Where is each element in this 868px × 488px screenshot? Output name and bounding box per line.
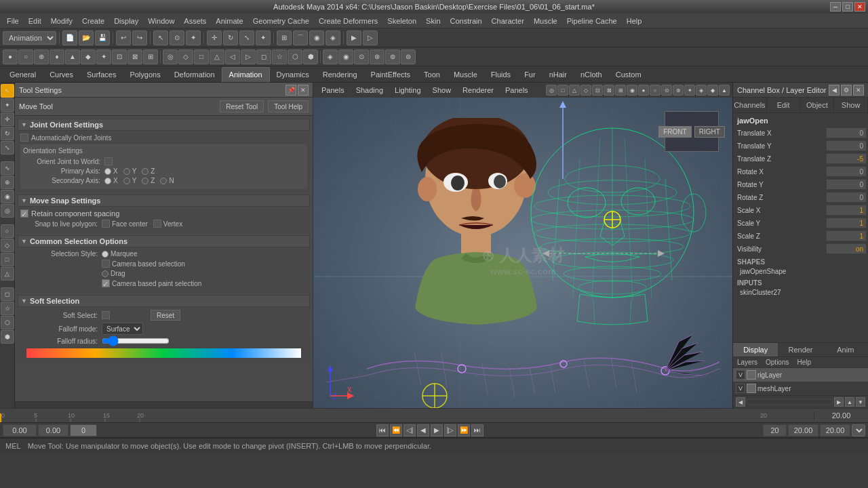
edit-tab[interactable]: Edit [767,98,801,113]
vp-tb7[interactable]: ⊞ [615,85,626,96]
camera-select-checkbox[interactable] [102,260,110,268]
camera-tool4[interactable]: ⬢ [1,330,14,344]
viewport-panels2-menu[interactable]: Panels [500,85,534,96]
soft-select-reset-button[interactable]: Reset [151,310,180,321]
tab-fluids[interactable]: Fluids [484,67,517,82]
start-frame-field[interactable] [38,424,68,436]
vp-tb11[interactable]: ⊙ [661,85,672,96]
menu-pipeline[interactable]: Pipeline Cache [563,16,621,26]
timeline-main[interactable]: 20 [312,408,814,423]
camera-tool2[interactable]: ☆ [1,302,14,315]
visibility-value[interactable] [826,243,867,254]
anim-tab[interactable]: Anim [823,343,868,357]
vp-tb13[interactable]: ✦ [684,85,695,96]
tb2-btn2[interactable]: ○ [18,49,33,64]
vp-tb15[interactable]: ◆ [707,85,718,96]
tab-dynamics[interactable]: Dynamics [270,67,316,82]
step-back-button[interactable]: ⏪ [390,424,402,436]
tab-general[interactable]: General [3,67,43,82]
tb2-btn4[interactable]: ♦ [50,49,64,64]
channel-box-pin[interactable]: ◀ [829,85,840,96]
new-scene-button[interactable]: 📄 [62,30,77,45]
vp-tb14[interactable]: ◈ [696,85,707,96]
rotate-x-value[interactable] [826,166,867,177]
end-frame-field1[interactable] [763,424,787,436]
maximize-button[interactable]: □ [842,2,853,12]
minimize-button[interactable]: ─ [830,2,841,12]
tb2-btn6[interactable]: ◆ [81,49,96,64]
tb2-btn16[interactable]: ▷ [241,49,256,64]
lasso-tool-button[interactable]: ⊙ [170,30,184,45]
soft-selection-header[interactable]: ▼ Soft Selection [18,295,310,307]
tool-settings-close[interactable]: ✕ [298,85,309,96]
rig-layer-vis[interactable]: V [736,370,745,380]
close-button[interactable]: ✕ [854,2,865,12]
secondary-z-radio[interactable]: Z [142,177,155,184]
render-tab[interactable]: Render [778,343,823,357]
menu-animate[interactable]: Animate [212,16,247,26]
move-tool2[interactable]: ✛ [1,113,14,126]
layers-menu[interactable]: Layers [733,357,762,367]
menu-createdeformers[interactable]: Create Deformers [315,16,382,26]
ipr-button[interactable]: ▷ [363,30,378,45]
tb2-btn8[interactable]: ⊡ [112,49,127,64]
skin-cluster-item[interactable]: skinCluster27 [734,287,867,298]
end-frame-field2[interactable] [788,424,818,436]
mesh-layer-row[interactable]: V meshLayer [733,382,868,395]
marquee-radio[interactable]: Marquee [102,250,137,258]
common-selection-header[interactable]: ▼ Common Selection Options [18,235,310,247]
vp-tb8[interactable]: ◉ [627,85,637,96]
rigging-tool1[interactable]: ○ [1,224,14,238]
tb2-btn11[interactable]: ◎ [163,49,178,64]
rotate-z-value[interactable] [826,192,867,203]
translate-y-value[interactable] [826,140,867,151]
skin-paint-tool[interactable]: ◉ [1,190,14,203]
tb2-btn5[interactable]: ▲ [65,49,80,64]
tab-rendering[interactable]: Rendering [316,67,364,82]
auto-orient-checkbox[interactable] [20,134,28,142]
scale-y-value[interactable] [826,218,867,228]
object-tab[interactable]: Object [801,98,835,113]
joint-orient-header[interactable]: ▼ Joint Orient Settings [18,119,310,131]
tb2-btn20[interactable]: ⬢ [303,49,318,64]
open-scene-button[interactable]: 📂 [79,30,94,45]
tb2-btn1[interactable]: ● [3,49,18,64]
vp-tb5[interactable]: ⊡ [592,85,603,96]
viewport-lighting-menu[interactable]: Lighting [389,85,427,96]
prev-key-button[interactable]: ◁| [403,424,416,436]
rigging-tool2[interactable]: ◇ [1,239,14,252]
vp-tb6[interactable]: ⊠ [604,85,614,96]
playback-speed[interactable]: 1x [852,424,865,436]
tb2-btn9[interactable]: ⊠ [127,49,142,64]
paint-tool-button[interactable]: ✦ [186,30,201,45]
tb2-btn15[interactable]: ◁ [225,49,240,64]
vp-tb4[interactable]: ◇ [580,85,591,96]
sculpt-tool[interactable]: ⊕ [1,176,14,189]
snap-point-button[interactable]: ◉ [309,30,324,45]
next-key-button[interactable]: |▷ [444,424,456,436]
rig-layer-row[interactable]: V rigLayer [733,368,868,382]
menu-muscle[interactable]: Muscle [530,16,561,26]
primary-y-radio[interactable]: Y [123,167,137,175]
tab-ncloth[interactable]: nCloth [574,67,609,82]
falloff-radius-slider[interactable] [102,337,170,345]
soft-select-checkbox[interactable] [102,311,110,319]
tb2-btn23[interactable]: ⊙ [354,49,369,64]
vp-tb3[interactable]: △ [569,85,580,96]
snap-grid-button[interactable]: ⊞ [277,30,292,45]
layer-scroll-left[interactable]: ◀ [736,397,745,407]
menu-display[interactable]: Display [110,16,142,26]
tab-toon[interactable]: Toon [417,67,447,82]
menu-edit[interactable]: Edit [24,16,45,26]
tb2-btn3[interactable]: ⊕ [34,49,49,64]
undo-button[interactable]: ↩ [116,30,131,45]
tb2-btn17[interactable]: ◻ [256,49,271,64]
render-button[interactable]: ▶ [347,30,361,45]
tab-custom[interactable]: Custom [609,67,648,82]
layer-scroll-up[interactable]: ▲ [845,397,854,407]
move-button[interactable]: ✛ [207,30,222,45]
current-time-field[interactable] [3,424,37,436]
menu-create[interactable]: Create [78,16,108,26]
tab-nhair[interactable]: nHair [542,67,574,82]
save-scene-button[interactable]: 💾 [95,30,110,45]
